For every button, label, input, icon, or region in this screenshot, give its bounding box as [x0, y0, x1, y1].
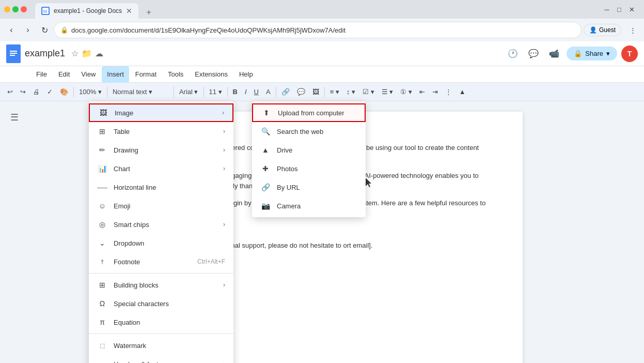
insert-hline-item[interactable]: —— Horizontal line — [89, 178, 233, 196]
building-blocks-menu-icon: ⊞ — [97, 281, 107, 289]
profile-button[interactable]: 👤 Guest — [584, 24, 621, 36]
print-button[interactable]: 🖨 — [30, 85, 43, 99]
forward-button[interactable]: › — [21, 23, 35, 37]
menu-view[interactable]: View — [76, 66, 101, 83]
new-tab-button[interactable]: + — [143, 6, 155, 19]
tab-close-button[interactable]: ✕ — [126, 7, 132, 15]
headers-menu-icon: ▭ — [97, 361, 107, 364]
profile-label: Guest — [599, 26, 616, 34]
browser-menu-button[interactable]: ⋮ — [625, 23, 640, 37]
menu-file[interactable]: File — [31, 66, 52, 83]
toolbar-divider-3 — [174, 87, 174, 97]
insert-smartchips-item[interactable]: ◎ Smart chips › — [89, 215, 233, 234]
menu-help[interactable]: Help — [234, 66, 258, 83]
italic-button[interactable]: I — [242, 85, 250, 99]
undo-button[interactable]: ↩ — [4, 85, 16, 99]
upload-computer-item[interactable]: ⬆ Upload from computer — [252, 103, 366, 122]
menu-edit[interactable]: Edit — [53, 66, 75, 83]
cloud-sync-icon[interactable]: ☁ — [95, 49, 103, 58]
insert-headers-item[interactable]: ▭ Headers & footers › — [89, 355, 233, 363]
table-arrow-icon: › — [223, 128, 225, 135]
outline-icon[interactable]: ☰ — [8, 110, 21, 125]
photos-item[interactable]: ✚ Photos — [252, 159, 366, 178]
save-to-drive-icon[interactable]: 📁 — [82, 49, 92, 58]
font-selector[interactable]: Arial ▾ — [176, 85, 201, 99]
menu-format[interactable]: Format — [130, 66, 162, 83]
toolbar-divider-2 — [107, 87, 107, 97]
meet-button[interactable]: 📹 — [546, 46, 562, 62]
insert-building-blocks-item[interactable]: ⊞ Building blocks › — [89, 276, 233, 294]
window-maximize-button[interactable]: □ — [615, 5, 623, 13]
watermark-menu-label: Watermark — [114, 342, 146, 350]
building-blocks-arrow-icon: › — [223, 281, 225, 289]
svg-text:W: W — [43, 9, 48, 14]
camera-item[interactable]: 📷 Camera — [252, 196, 366, 215]
close-button[interactable] — [21, 6, 27, 12]
dropdown-menu-label: Dropdown — [114, 239, 144, 247]
decrease-indent-button[interactable]: ⇤ — [416, 85, 428, 99]
drive-item[interactable]: ▲ Drive — [252, 141, 366, 159]
window-minimize-button[interactable]: ─ — [603, 5, 611, 13]
insert-emoji-item[interactable]: ☺ Emoji — [89, 196, 233, 215]
profile-icon: 👤 — [589, 26, 597, 34]
document-title[interactable]: example1 — [25, 48, 65, 59]
back-button[interactable]: ‹ — [4, 23, 19, 37]
search-web-item[interactable]: 🔍 Search the web — [252, 122, 366, 141]
tab-title: example1 - Google Docs — [54, 7, 122, 14]
reload-button[interactable]: ↻ — [37, 23, 52, 37]
star-icon[interactable]: ☆ — [71, 49, 78, 58]
insert-drawing-item[interactable]: ✏ Drawing › — [89, 141, 233, 159]
browser-tab[interactable]: W example1 - Google Docs ✕ — [35, 3, 138, 19]
font-size-selector[interactable]: 11 ▾ — [206, 85, 225, 99]
comment-button[interactable]: 💬 — [525, 46, 542, 62]
history-button[interactable]: 🕐 — [505, 46, 521, 62]
insert-special-chars-item[interactable]: Ω Special characters — [89, 294, 233, 313]
chart-menu-label: Chart — [114, 165, 130, 173]
camera-label: Camera — [277, 202, 301, 210]
drive-icon: ▲ — [260, 146, 271, 154]
maximize-button[interactable] — [12, 6, 19, 12]
link-button[interactable]: 🔗 — [278, 85, 293, 99]
insert-chart-item[interactable]: 📊 Chart › — [89, 159, 233, 178]
insert-equation-item[interactable]: π Equation — [89, 313, 233, 331]
toolbar-divider-5 — [227, 87, 228, 97]
collapse-toolbar-button[interactable]: ▲ — [456, 85, 469, 99]
increase-indent-button[interactable]: ⇥ — [429, 85, 441, 99]
insert-image-item[interactable]: 🖼 Image › — [89, 103, 233, 122]
user-avatar[interactable]: T — [621, 46, 638, 62]
redo-button[interactable]: ↪ — [17, 85, 29, 99]
numbered-list-button[interactable]: ① ▾ — [397, 85, 415, 99]
bold-button[interactable]: B — [230, 85, 241, 99]
by-url-item[interactable]: 🔗 By URL — [252, 178, 366, 196]
insert-footnote-item[interactable]: † Footnote Ctrl+Alt+F — [89, 252, 233, 271]
menu-tools[interactable]: Tools — [163, 66, 189, 83]
menu-extensions[interactable]: Extensions — [190, 66, 233, 83]
image-menu-label: Image — [115, 109, 133, 117]
window-close-button[interactable]: ✕ — [627, 5, 636, 13]
zoom-selector[interactable]: 100% ▾ — [76, 85, 105, 99]
menu-separator-1 — [89, 273, 233, 274]
image-inline-button[interactable]: 🖼 — [309, 85, 322, 99]
underline-button[interactable]: U — [251, 85, 262, 99]
spellcheck-button[interactable]: ✓ — [44, 85, 56, 99]
equation-menu-label: Equation — [114, 319, 140, 326]
align-button[interactable]: ≡ ▾ — [327, 85, 342, 99]
insert-watermark-item[interactable]: ⬚ Watermark — [89, 336, 233, 355]
more-options-button[interactable]: ⋮ — [442, 85, 455, 99]
bullet-list-button[interactable]: ☰ ▾ — [379, 85, 397, 99]
menu-insert[interactable]: Insert — [102, 66, 129, 83]
text-color-button[interactable]: A — [263, 85, 274, 99]
upload-icon: ⬆ — [261, 109, 272, 117]
checklist-button[interactable]: ☑ ▾ — [359, 85, 378, 99]
line-spacing-button[interactable]: ↕ ▾ — [343, 85, 358, 99]
share-button[interactable]: 🔒 Share ▾ — [567, 47, 617, 61]
address-bar[interactable]: 🔒 docs.google.com/document/d/1sE9OlkaHyn… — [54, 22, 582, 38]
toolbar-divider-1 — [73, 87, 74, 97]
minimize-button[interactable] — [4, 6, 10, 12]
comment-inline-button[interactable]: 💬 — [294, 85, 308, 99]
paint-format-button[interactable]: 🎨 — [57, 85, 71, 99]
insert-dropdown-item[interactable]: ⌄ Dropdown — [89, 234, 233, 252]
style-selector[interactable]: Normal text ▾ — [109, 85, 171, 99]
insert-table-item[interactable]: ⊞ Table › — [89, 122, 233, 141]
image-submenu: ⬆ Upload from computer 🔍 Search the web … — [252, 101, 366, 217]
